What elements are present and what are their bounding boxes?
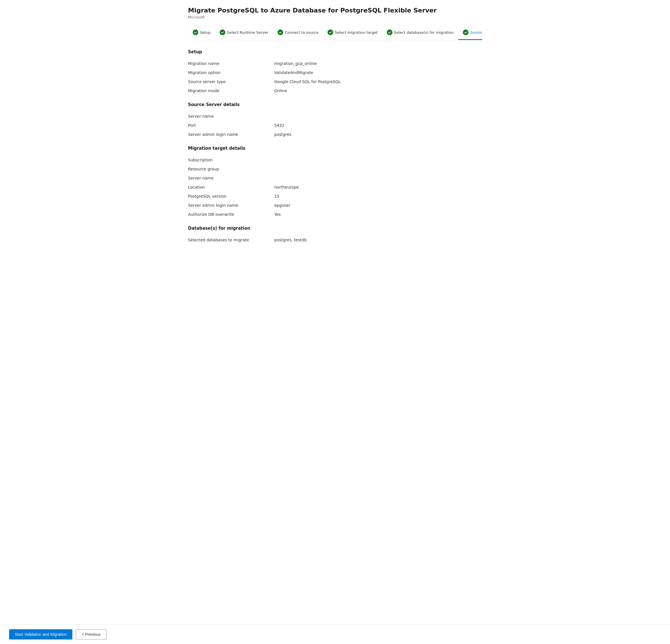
data-row: Migration namemigration_gcp_online [188, 59, 482, 68]
wizard-step-label-summary: Summary [470, 30, 482, 35]
field-label: Resource group [188, 167, 268, 171]
data-row: Resource group [188, 164, 482, 174]
field-value: Yes [274, 212, 482, 217]
field-value: epguser [274, 203, 482, 208]
content-area: Setup Migration namemigration_gcp_online… [188, 49, 482, 285]
field-label: Migration mode [188, 88, 268, 93]
field-value: Google Cloud SQL for PostgreSQL [274, 79, 482, 84]
wizard-step-summary[interactable]: Summary [458, 26, 482, 40]
check-icon-select-databases [387, 29, 392, 35]
check-icon-connect-to-source [278, 29, 283, 35]
wizard-steps: Setup Select Runtime Server Connect to s… [188, 26, 482, 40]
data-row: Port5432 [188, 121, 482, 130]
wizard-step-connect-to-source[interactable]: Connect to source [273, 26, 323, 40]
previous-button[interactable]: < Previous [76, 629, 107, 640]
wizard-step-select-migration-target[interactable]: Select migration target [323, 26, 382, 40]
wizard-step-label-select-runtime-server: Select Runtime Server [227, 30, 268, 35]
databases-header: Database(s) for migration [188, 226, 482, 231]
field-label: Location [188, 185, 268, 189]
field-label: Subscription [188, 157, 268, 162]
footer: Start Validation and Migration < Previou… [0, 625, 670, 644]
data-row: Migration modeOnline [188, 86, 482, 95]
start-migration-button[interactable]: Start Validation and Migration [9, 629, 72, 640]
data-row: Server name [188, 174, 482, 183]
databases-section: Database(s) for migration Selected datab… [188, 226, 482, 244]
data-row: Authorize DB overwriteYes [188, 210, 482, 219]
source-server-section: Source Server details Server namePort543… [188, 102, 482, 139]
data-row: Server admin login nameepguser [188, 201, 482, 210]
check-icon-select-migration-target [327, 29, 333, 35]
field-value: northeurope [274, 185, 482, 189]
field-value: 15 [274, 194, 482, 198]
source-server-fields: Server namePort5432Server admin login na… [188, 112, 482, 139]
check-icon-select-runtime-server [220, 29, 225, 35]
field-value: 5432 [274, 123, 482, 128]
field-label: Selected databases to migrate [188, 238, 268, 242]
field-label: Migration name [188, 61, 268, 66]
field-label: Server admin login name [188, 203, 268, 208]
wizard-step-select-runtime-server[interactable]: Select Runtime Server [215, 26, 273, 40]
field-value: migration_gcp_online [274, 61, 482, 66]
field-label: PostgreSQL version [188, 194, 268, 198]
wizard-step-label-select-databases: Select database(s) for migration [394, 30, 454, 35]
field-label: Migration option [188, 70, 268, 75]
data-row: PostgreSQL version15 [188, 192, 482, 201]
wizard-step-label-select-migration-target: Select migration target [335, 30, 378, 35]
migration-target-fields: SubscriptionResource groupServer nameLoc… [188, 155, 482, 219]
migration-target-header: Migration target details [188, 146, 482, 151]
field-label: Server name [188, 176, 268, 180]
source-server-header: Source Server details [188, 102, 482, 107]
wizard-step-select-databases[interactable]: Select database(s) for migration [382, 26, 458, 40]
field-label: Server admin login name [188, 132, 268, 137]
page-subtitle: Microsoft [188, 15, 482, 19]
data-row: Server admin login namepostgres [188, 130, 482, 139]
data-row: Locationnortheurope [188, 183, 482, 192]
field-label: Server name [188, 114, 268, 119]
setup-fields: Migration namemigration_gcp_onlineMigrat… [188, 59, 482, 95]
field-value: postgres [274, 132, 482, 137]
check-icon-setup [193, 29, 198, 35]
field-label: Port [188, 123, 268, 128]
setup-header: Setup [188, 49, 482, 54]
field-value: ValidateAndMigrate [274, 70, 482, 75]
wizard-step-setup[interactable]: Setup [188, 26, 215, 40]
setup-section: Setup Migration namemigration_gcp_online… [188, 49, 482, 95]
field-value: postgres, testdb [274, 238, 482, 242]
field-label: Source server type [188, 79, 268, 84]
field-label: Authorize DB overwrite [188, 212, 268, 217]
data-row: Migration optionValidateAndMigrate [188, 68, 482, 77]
check-icon-summary [463, 29, 469, 35]
data-row: Source server typeGoogle Cloud SQL for P… [188, 77, 482, 86]
wizard-step-label-setup: Setup [200, 30, 211, 35]
databases-fields: Selected databases to migratepostgres, t… [188, 235, 482, 244]
data-row: Subscription [188, 155, 482, 164]
field-value: Online [274, 88, 482, 93]
page-title: Migrate PostgreSQL to Azure Database for… [188, 7, 482, 14]
wizard-step-label-connect-to-source: Connect to source [285, 30, 318, 35]
data-row: Selected databases to migratepostgres, t… [188, 235, 482, 244]
data-row: Server name [188, 112, 482, 121]
migration-target-section: Migration target details SubscriptionRes… [188, 146, 482, 219]
